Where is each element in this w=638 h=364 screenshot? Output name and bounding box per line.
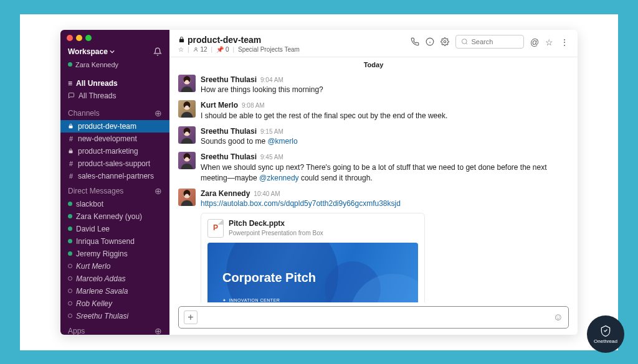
add-dm-button[interactable]: ⊕ — [155, 186, 162, 196]
channel-name: product-marketing — [78, 147, 138, 156]
channel-name: product-sales-support — [78, 159, 150, 168]
search-icon — [461, 37, 468, 46]
message-author[interactable]: Sreethu Thulasi — [201, 75, 257, 85]
dm-name: Inriqua Townsend — [76, 237, 135, 246]
dm-name: Sreethu Thulasi — [76, 312, 128, 320]
notifications-icon[interactable] — [153, 47, 162, 56]
channel-topic[interactable]: Special Projects Team — [238, 46, 300, 53]
mentions-icon[interactable]: @ — [530, 37, 539, 46]
message-composer[interactable]: + ☺ — [178, 306, 569, 329]
message-author[interactable]: Sreethu Thulasi — [201, 152, 257, 162]
avatar[interactable] — [178, 189, 196, 206]
message: Sreethu Thulasi 9:04 AM How are things l… — [178, 72, 569, 98]
attach-button[interactable]: + — [184, 310, 198, 324]
avatar[interactable] — [178, 152, 196, 169]
message: Zara Kennedy 10:40 AM https://autolab.bo… — [178, 186, 569, 302]
lock-icon — [178, 36, 185, 43]
message-author[interactable]: Sreethu Thulasi — [201, 126, 257, 137]
sidebar: Workspace Zara Kennedy ≡ All Unreads All… — [60, 30, 169, 335]
channel-item[interactable]: product-dev-team — [60, 120, 169, 133]
message-text: How are things looking this morning? — [201, 85, 569, 95]
pin-count[interactable]: 📌 0 — [216, 46, 229, 53]
settings-icon[interactable] — [440, 37, 449, 46]
workspace-name: Workspace — [68, 47, 108, 56]
all-threads[interactable]: All Threads — [60, 90, 169, 102]
message: Sreethu Thulasi 9:15 AM Sounds good to m… — [178, 124, 569, 150]
more-icon[interactable]: ⋮ — [560, 37, 569, 46]
threads-icon — [68, 92, 75, 99]
dm-name: Rob Kelley — [76, 299, 112, 308]
channel-item[interactable]: #sales-channel-partners — [60, 170, 169, 182]
message-input[interactable] — [202, 313, 548, 322]
dm-item[interactable]: Jeremy Riggins — [60, 248, 169, 260]
channel-item[interactable]: #product-sales-support — [60, 157, 169, 170]
dm-item[interactable]: Marlene Savala — [60, 285, 169, 297]
hash-icon: # — [68, 160, 74, 167]
outer-frame: Workspace Zara Kennedy ≡ All Unreads All… — [20, 14, 618, 350]
presence-icon — [68, 301, 72, 306]
presence-icon — [68, 276, 72, 281]
svg-line-6 — [466, 43, 467, 44]
avatar[interactable] — [178, 126, 196, 144]
svg-point-4 — [444, 40, 446, 43]
member-count[interactable]: 12 — [193, 46, 207, 53]
call-icon[interactable] — [411, 37, 419, 46]
dm-name: Marlene Savala — [76, 287, 128, 296]
mention[interactable]: @kmerlo — [267, 137, 297, 146]
add-app-button[interactable]: ⊕ — [155, 326, 162, 335]
chevron-down-icon — [110, 49, 115, 54]
maximize-window-icon[interactable] — [85, 35, 92, 41]
svg-point-0 — [195, 47, 197, 49]
star-channel-icon[interactable]: ☆ — [178, 46, 184, 53]
star-icon[interactable]: ☆ — [545, 37, 554, 46]
dm-item[interactable]: slackbot — [60, 198, 169, 210]
channel-item[interactable]: #new-development — [60, 133, 169, 145]
message-author[interactable]: Kurt Merlo — [201, 100, 238, 111]
mention[interactable]: @zkennedy — [259, 174, 299, 182]
window-controls — [67, 35, 92, 41]
message-text: Sounds good to me @kmerlo — [201, 136, 569, 147]
dm-item[interactable]: Inriqua Townsend — [60, 235, 169, 248]
current-user: Zara Kennedy — [60, 61, 169, 75]
channel-item[interactable]: product-marketing — [60, 145, 169, 157]
dm-item[interactable]: David Lee — [60, 223, 169, 235]
dm-name: Zara Kennedy (you) — [76, 212, 142, 221]
message: Sreethu Thulasi 9:45 AM When we should s… — [178, 149, 569, 185]
dm-item[interactable]: Kurt Merlo — [60, 260, 169, 273]
hash-icon: # — [68, 135, 74, 142]
message-link[interactable]: https://autolab.box.com/s/dqpld5y7otth2d… — [201, 199, 401, 208]
all-unreads[interactable]: ≡ All Unreads — [60, 77, 169, 90]
dm-item[interactable]: Marcelo Addas — [60, 273, 169, 285]
minimize-window-icon[interactable] — [76, 35, 82, 41]
message-time: 10:40 AM — [254, 190, 280, 198]
add-channel-button[interactable]: ⊕ — [155, 108, 162, 118]
channel-name: product-dev-team — [78, 122, 136, 131]
brand-badge: Onethread — [587, 315, 624, 353]
attachment-filename: Pitch Deck.pptx — [229, 218, 323, 229]
close-window-icon[interactable] — [67, 35, 73, 41]
message: Kurt Merlo 9:08 AM I should be able to g… — [178, 98, 569, 124]
dm-name: Marcelo Addas — [76, 274, 126, 283]
dm-item[interactable]: Zara Kennedy (you) — [60, 210, 169, 223]
dm-name: David Lee — [76, 225, 110, 233]
workspace-switcher[interactable]: Workspace — [60, 45, 169, 61]
search-input[interactable] — [471, 38, 518, 45]
presence-icon — [68, 289, 72, 293]
attachment-preview[interactable]: Corporate Pitch ✦INNOVATION CENTER — [207, 243, 418, 302]
channel-name: sales-channel-partners — [78, 172, 154, 180]
avatar[interactable] — [178, 100, 196, 118]
search-box[interactable] — [455, 35, 524, 49]
message-author[interactable]: Zara Kennedy — [201, 189, 250, 199]
channel-title[interactable]: product-dev-team — [178, 35, 300, 45]
dm-item[interactable]: Rob Kelley — [60, 297, 169, 310]
info-icon[interactable] — [426, 37, 434, 46]
presence-icon — [68, 251, 72, 256]
emoji-picker-icon[interactable]: ☺ — [553, 312, 563, 323]
dm-item[interactable]: Sreethu Thulasi — [60, 310, 169, 322]
powerpoint-icon: P — [207, 219, 224, 238]
message-time: 9:08 AM — [242, 101, 265, 110]
avatar[interactable] — [178, 75, 196, 92]
file-attachment[interactable]: P Pitch Deck.pptx Powerpoint Presentatio… — [201, 213, 425, 302]
unreads-icon: ≡ — [68, 79, 72, 88]
app-window: Workspace Zara Kennedy ≡ All Unreads All… — [60, 30, 578, 335]
